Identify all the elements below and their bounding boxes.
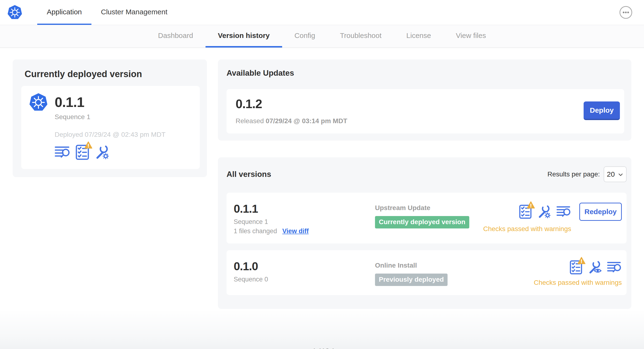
more-menu-button[interactable] [619,6,632,19]
row-icon-strip [519,204,571,219]
app-subnav: Dashboard Version history Config Trouble… [0,25,644,48]
results-per-page-value: 20 [607,170,615,178]
preflight-checks-warning-icon[interactable] [76,145,89,160]
available-updates-title: Available Updates [226,68,624,78]
all-versions-panel: All versions Results per page: 20 0.1.1 … [218,157,631,309]
redeploy-button[interactable]: Redeploy [579,203,622,221]
page-footer: v1.112.1 [0,309,644,349]
row-icon-strip [570,260,622,274]
subnav-tab-version-history[interactable]: Version history [206,25,282,48]
deployed-sequence-label: Sequence 1 [55,113,193,121]
currently-deployed-panel: Currently deployed version 0.1.1 Sequenc… [13,60,207,177]
subnav-tab-config[interactable]: Config [282,25,328,48]
subnav-tab-license[interactable]: License [394,25,443,48]
kubernetes-logo-icon [7,0,22,25]
kubernetes-app-icon [29,92,48,112]
deployed-icon-strip [55,145,193,160]
row-source-label: Online Install [375,262,534,269]
tab-application[interactable]: Application [37,0,92,25]
preflight-checks-warning-icon[interactable] [519,204,532,219]
update-card: 0.1.2 Released 07/29/24 @ 03:14 pm MDT D… [226,89,624,134]
subnav-tab-troubleshoot[interactable]: Troubleshoot [328,25,394,48]
warning-triangle-icon [527,201,535,209]
row-version-number: 0.1.0 [234,260,375,273]
row-source-label: Upstream Update [375,204,483,212]
top-navbar: Application Cluster Management [0,0,644,25]
warning-triangle-icon [84,141,92,149]
top-tabs: Application Cluster Management [37,0,177,25]
results-per-page-label: Results per page: [548,170,600,178]
edit-config-icon[interactable] [537,204,551,219]
deployed-version-number: 0.1.1 [55,92,84,112]
previously-deployed-badge: Previously deployed [375,274,448,286]
preflight-checks-warning-icon[interactable] [570,260,582,274]
update-version-number: 0.1.2 [236,97,347,111]
console-version-label: v1.112.1 [309,347,335,349]
preflight-status-link[interactable]: Checks passed with warnings [483,225,571,233]
view-config-icon[interactable] [588,260,602,274]
view-diff-link[interactable]: View diff [282,228,309,235]
released-prefix: Released [236,117,264,124]
deployed-date-label: Deployed 07/29/24 @ 02:43 pm MDT [55,131,193,138]
row-version-number: 0.1.1 [234,202,375,215]
row-sequence-label: Sequence 0 [234,276,375,283]
edit-config-icon[interactable] [94,145,110,160]
deploy-button[interactable]: Deploy [584,102,620,120]
version-row: 0.1.0 Sequence 0 Online Install Previous… [226,250,626,295]
deploy-logs-icon[interactable] [55,146,70,159]
subnav-tab-view-files[interactable]: View files [444,25,498,48]
main-content: Currently deployed version 0.1.1 Sequenc… [0,48,644,309]
released-date: 07/29/24 @ 03:14 pm MDT [266,117,347,124]
chevron-down-icon [618,172,624,178]
warning-triangle-icon [578,257,586,264]
update-released-label: Released 07/29/24 @ 03:14 pm MDT [236,117,347,125]
preflight-status-link[interactable]: Checks passed with warnings [534,279,622,286]
currently-deployed-badge: Currently deployed version [375,216,469,228]
results-per-page: Results per page: 20 [548,166,626,182]
results-per-page-select[interactable]: 20 [604,166,626,182]
subnav-tab-dashboard[interactable]: Dashboard [146,25,206,48]
currently-deployed-title: Currently deployed version [24,69,200,79]
row-files-changed: 1 files changed [234,228,277,235]
deployed-version-card: 0.1.1 Sequence 1 Deployed 07/29/24 @ 02:… [21,86,200,169]
all-versions-title: All versions [226,170,271,179]
deploy-logs-icon[interactable] [556,205,571,218]
deploy-logs-icon[interactable] [607,261,622,274]
row-sequence-label: Sequence 1 [234,218,375,226]
tab-cluster-management[interactable]: Cluster Management [92,0,177,25]
version-row: 0.1.1 Sequence 1 1 files changed View di… [226,193,626,244]
available-updates-panel: Available Updates 0.1.2 Released 07/29/2… [218,60,631,140]
ellipsis-icon [619,6,632,19]
